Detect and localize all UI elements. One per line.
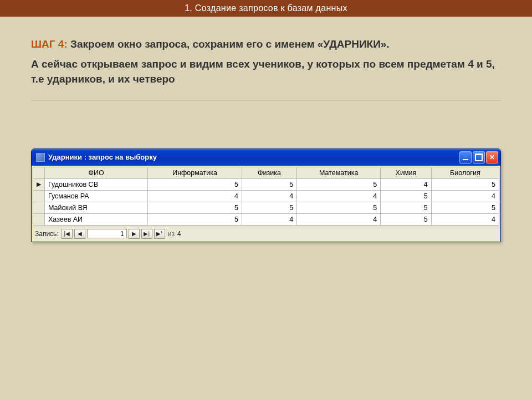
cell-value[interactable]: 4 bbox=[381, 178, 432, 190]
record-navigator: Запись: |◀ ◀ ▶ ▶| ▶* из 4 bbox=[32, 227, 500, 242]
nav-first-button[interactable]: |◀ bbox=[62, 229, 73, 239]
cell-value[interactable]: 5 bbox=[381, 190, 432, 202]
nav-prev-button[interactable]: ◀ bbox=[74, 229, 85, 239]
col-header[interactable]: ФИО bbox=[45, 167, 148, 178]
datasheet-area: ФИО Информатика Физика Математика Химия … bbox=[32, 166, 500, 227]
results-table[interactable]: ФИО Информатика Физика Математика Химия … bbox=[33, 167, 499, 226]
cell-value[interactable]: 4 bbox=[297, 190, 381, 202]
row-selector-header[interactable] bbox=[33, 167, 45, 178]
window-title: Ударники : запрос на выборку bbox=[48, 153, 459, 161]
table-row[interactable]: Хазеев АИ54454 bbox=[33, 213, 499, 225]
cell-value[interactable]: 5 bbox=[381, 202, 432, 213]
slide-header: 1. Создание запросов к базам данных bbox=[0, 0, 532, 17]
nav-total: 4 bbox=[177, 230, 181, 238]
cell-value[interactable]: 4 bbox=[431, 190, 499, 202]
nav-label: Запись: bbox=[35, 230, 59, 238]
step-text: Закроем окно запроса, сохраним его с име… bbox=[70, 38, 390, 50]
cell-value[interactable]: 5 bbox=[431, 178, 499, 190]
window-app-icon bbox=[36, 153, 45, 162]
row-selector[interactable] bbox=[33, 202, 45, 213]
row-selector[interactable] bbox=[33, 213, 45, 225]
cell-value[interactable]: 4 bbox=[242, 190, 296, 202]
cell-value[interactable]: 5 bbox=[242, 178, 296, 190]
col-header[interactable]: Физика bbox=[242, 167, 296, 178]
cell-value[interactable]: 4 bbox=[297, 213, 381, 225]
cell-value[interactable]: 5 bbox=[381, 213, 432, 225]
step-label: ШАГ 4: bbox=[31, 38, 68, 50]
instruction-block: ШАГ 4: Закроем окно запроса, сохраним ег… bbox=[0, 17, 532, 93]
cell-value[interactable]: 4 bbox=[148, 190, 242, 202]
close-button[interactable] bbox=[486, 151, 498, 163]
query-window: Ударники : запрос на выборку ФИО Информа… bbox=[31, 149, 501, 242]
cell-value[interactable]: 4 bbox=[431, 213, 499, 225]
divider bbox=[31, 100, 501, 102]
row-selector[interactable] bbox=[33, 190, 45, 202]
nav-last-button[interactable]: ▶| bbox=[141, 229, 152, 239]
cell-value[interactable]: 5 bbox=[148, 202, 242, 213]
table-row[interactable]: ▶Гудошников СВ55545 bbox=[33, 178, 499, 190]
paragraph-2: А сейчас открываем запрос и видим всех у… bbox=[31, 57, 501, 87]
titlebar[interactable]: Ударники : запрос на выборку bbox=[32, 149, 500, 166]
nav-of-label: из bbox=[168, 230, 175, 238]
cell-fio[interactable]: Хазеев АИ bbox=[45, 213, 148, 225]
cell-value[interactable]: 4 bbox=[242, 213, 296, 225]
minimize-button[interactable] bbox=[459, 151, 472, 163]
maximize-button[interactable] bbox=[473, 151, 485, 163]
col-header[interactable]: Математика bbox=[297, 167, 381, 178]
col-header[interactable]: Информатика bbox=[148, 167, 242, 178]
nav-next-button[interactable]: ▶ bbox=[129, 229, 140, 239]
table-row[interactable]: Майский ВЯ55555 bbox=[33, 202, 499, 213]
cell-fio[interactable]: Майский ВЯ bbox=[45, 202, 148, 213]
cell-value[interactable]: 5 bbox=[297, 202, 381, 213]
cell-value[interactable]: 5 bbox=[148, 213, 242, 225]
cell-value[interactable]: 5 bbox=[297, 178, 381, 190]
cell-value[interactable]: 5 bbox=[242, 202, 296, 213]
cell-fio[interactable]: Гудошников СВ bbox=[45, 178, 148, 190]
table-row[interactable]: Гусманов РА44454 bbox=[33, 190, 499, 202]
cell-value[interactable]: 5 bbox=[148, 178, 242, 190]
nav-new-button[interactable]: ▶* bbox=[154, 229, 165, 239]
cell-fio[interactable]: Гусманов РА bbox=[45, 190, 148, 202]
row-selector[interactable]: ▶ bbox=[33, 178, 45, 190]
cell-value[interactable]: 5 bbox=[431, 202, 499, 213]
nav-record-input[interactable] bbox=[87, 229, 127, 238]
col-header[interactable]: Химия bbox=[381, 167, 432, 178]
col-header[interactable]: Биология bbox=[431, 167, 499, 178]
